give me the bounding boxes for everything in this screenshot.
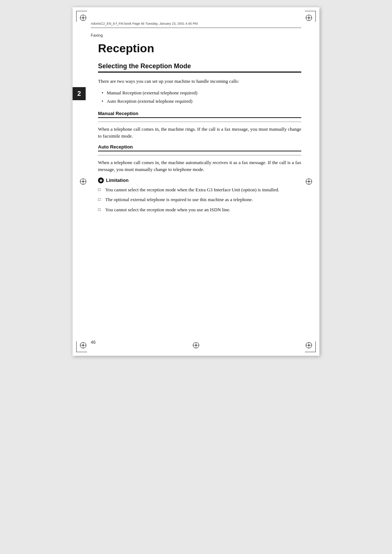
auto-reception-rule [98,155,301,155]
chapter-number: 2 [73,87,86,100]
top-rule [91,28,301,28]
bullet-auto-reception: Auto Reception (external telephone requi… [102,98,301,105]
auto-reception-heading: Auto Reception [98,144,301,151]
limitation-list: You cannot select the reception mode whe… [98,186,301,213]
limitation-title: ★ Limitation [98,178,301,183]
manual-reception-rule [98,122,301,122]
limitation-item-3: You cannot select the reception mode whe… [98,206,301,213]
limitation-item-2: The optional external telephone is requi… [98,196,301,203]
main-content: Reception Selecting the Reception Mode T… [98,42,301,213]
reg-mark-tl [79,14,87,22]
reception-modes-list: Manual Reception (external telephone req… [98,89,301,105]
reg-mark-tr [305,14,313,22]
limitation-block: ★ Limitation You cannot select the recep… [98,178,301,213]
limitation-icon: ★ [98,178,104,183]
reg-mark-bl [79,341,87,349]
header-info: AdonisC2_EN_b-f_FM.book Page 46 Tuesday,… [91,22,301,25]
intro-text: There are two ways you can set up your m… [98,78,301,85]
page: AdonisC2_EN_b-f_FM.book Page 46 Tuesday,… [73,7,319,356]
limitation-item-1: You cannot select the reception mode whe… [98,186,301,194]
page-number: 46 [91,340,95,345]
section-heading: Selecting the Reception Mode [98,62,301,73]
bullet-manual-reception: Manual Reception (external telephone req… [102,89,301,97]
manual-reception-heading: Manual Reception [98,111,301,118]
reg-mark-bm [192,341,200,349]
page-title: Reception [98,42,301,55]
reg-mark-br [305,341,313,349]
reg-mark-mr [305,178,313,186]
section-label: Faxing [91,33,301,37]
auto-reception-body: When a telephone call comes in, the mach… [98,159,301,173]
manual-reception-body: When a telephone call comes in, the mach… [98,126,301,140]
limitation-label: Limitation [106,178,128,183]
reg-mark-ml [79,178,87,186]
